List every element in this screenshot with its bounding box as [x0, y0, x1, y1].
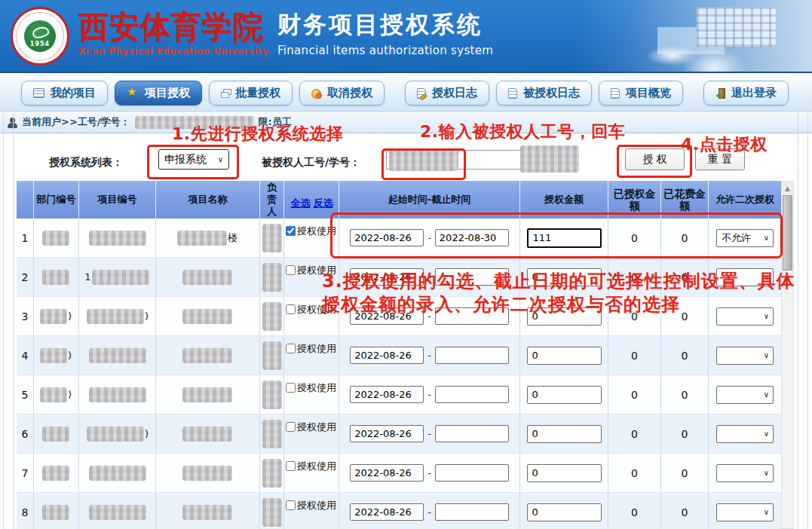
- tab-被授权日志[interactable]: 被授权日志: [496, 81, 592, 105]
- spent-amount: 0: [661, 219, 709, 257]
- invert-selection-link[interactable]: 反选: [314, 197, 333, 209]
- redacted-dept-code: [42, 466, 69, 481]
- ribbon-badge-icon: [311, 89, 321, 99]
- project-code-cell: [79, 219, 156, 257]
- secondary-auth-select[interactable]: ∨: [716, 503, 774, 521]
- scrollbar-thumb[interactable]: [783, 195, 792, 271]
- authorize-use-checkbox[interactable]: [286, 383, 296, 393]
- reset-button[interactable]: 重 置: [695, 148, 745, 170]
- redacted-dept-code: [40, 387, 67, 402]
- authorize-use-checkbox[interactable]: [286, 265, 296, 275]
- campus-photo: [578, 0, 812, 72]
- table-header: 部门编号 项目编号 项目名称 负责人 全选 反选 起始时间-截止时间 授权金额 …: [17, 181, 781, 219]
- tab-批量授权[interactable]: 批量授权: [209, 81, 293, 105]
- amount-cell: [520, 258, 608, 296]
- amount-input[interactable]: [527, 425, 602, 443]
- amount-input[interactable]: [527, 307, 602, 326]
- select-all-link[interactable]: 全选: [291, 197, 311, 209]
- authorize-use-checkbox[interactable]: [286, 500, 296, 510]
- vertical-scrollbar[interactable]: ▲: [781, 181, 794, 529]
- overview-page-icon: [611, 88, 620, 99]
- amount-input[interactable]: [527, 228, 602, 248]
- project-name-cell: [156, 454, 260, 492]
- authorize-button[interactable]: 授 权: [625, 148, 685, 170]
- spent-amount: 0: [661, 414, 709, 453]
- spent-amount: 0: [661, 297, 709, 335]
- authorize-use-checkbox[interactable]: [286, 226, 296, 236]
- tab-我的项目[interactable]: 我的项目: [21, 81, 108, 105]
- time-range-cell: -: [339, 219, 520, 257]
- university-logo: 1954: [11, 7, 69, 66]
- start-date-input[interactable]: [350, 386, 424, 403]
- system-select[interactable]: 申报系统 ∨: [158, 149, 229, 170]
- end-date-input[interactable]: [435, 425, 509, 442]
- start-date-input[interactable]: [350, 229, 424, 246]
- app-window: 1954 西安体育学院 Xi'an Physical Education Uni…: [0, 0, 812, 529]
- secondary-auth-select[interactable]: ∨: [716, 307, 774, 326]
- start-date-input[interactable]: [350, 268, 424, 286]
- project-name-cell: [156, 258, 260, 296]
- amount-input[interactable]: [527, 503, 602, 521]
- authorize-use-checkbox[interactable]: [286, 304, 296, 314]
- redacted-dept-code: [40, 309, 67, 324]
- secondary-auth-select[interactable]: ∨: [716, 425, 774, 443]
- scroll-up-icon[interactable]: ▲: [782, 182, 793, 194]
- authorized-amount: 0: [608, 375, 661, 414]
- owner-cell: [260, 297, 284, 335]
- end-date-input[interactable]: [435, 229, 509, 246]
- amount-input[interactable]: [527, 386, 602, 404]
- tab-项目授权[interactable]: 项目授权: [115, 81, 202, 105]
- secondary-auth-select[interactable]: ∨: [716, 464, 774, 482]
- authorize-use-checkbox[interactable]: [286, 344, 296, 353]
- secondary-auth-select[interactable]: 不允许∨: [716, 229, 774, 247]
- redacted-project-code: [92, 270, 149, 285]
- end-date-input[interactable]: [435, 503, 509, 521]
- start-date-input[interactable]: [350, 503, 424, 521]
- redacted-project-name: [182, 270, 232, 285]
- start-date-input[interactable]: [350, 347, 424, 364]
- end-date-input[interactable]: [435, 464, 509, 482]
- start-date-input[interactable]: [350, 307, 424, 325]
- redacted-project-name: [182, 466, 232, 481]
- tab-取消授权[interactable]: 取消授权: [299, 81, 385, 105]
- secondary-auth-select[interactable]: ∨: [716, 268, 774, 286]
- end-date-input[interactable]: [435, 386, 509, 403]
- authorize-use-cell: 授权使用: [284, 336, 339, 375]
- redacted-project-code: [89, 231, 146, 246]
- tab-label: 被授权日志: [523, 86, 580, 100]
- tab-授权日志[interactable]: 授权日志: [405, 81, 489, 105]
- amount-input[interactable]: [527, 464, 602, 482]
- current-user-label: 当前用户>>工号/学号：: [22, 115, 130, 129]
- authorize-use-cell: 授权使用: [284, 454, 339, 492]
- end-date-input[interactable]: [435, 347, 509, 364]
- authorize-use-checkbox[interactable]: [286, 422, 296, 432]
- authorize-use-cell: 授权使用: [284, 375, 339, 414]
- tab-项目概览[interactable]: 项目概览: [599, 81, 683, 105]
- time-range-cell: -: [339, 414, 520, 453]
- start-date-input[interactable]: [350, 464, 424, 482]
- tab-退出登录[interactable]: 退出登录: [703, 81, 789, 105]
- secondary-auth-cell: ∨: [709, 414, 781, 453]
- project-name-cell: [156, 493, 260, 529]
- row-number: 3: [17, 297, 34, 335]
- redacted-project-code: [87, 427, 144, 442]
- secondary-auth-select[interactable]: ∨: [716, 386, 774, 404]
- log-page-icon: [508, 88, 517, 99]
- tab-label: 项目概览: [626, 86, 671, 100]
- logout-door-icon: [719, 88, 725, 99]
- end-date-input[interactable]: [435, 307, 509, 325]
- university-name-en: Xi'an Physical Education University: [78, 46, 268, 57]
- time-range-cell: -: [339, 258, 520, 296]
- authorization-form: 授权系统列表： 申报系统 ∨ 被授权人工号/学号： 授 权 重 置: [0, 133, 812, 181]
- row-number: 1: [17, 219, 34, 257]
- amount-input[interactable]: [527, 347, 602, 365]
- dept-code-cell: [34, 493, 79, 529]
- amount-input[interactable]: [527, 268, 602, 286]
- end-date-input[interactable]: [435, 268, 509, 286]
- start-date-input[interactable]: [350, 425, 424, 442]
- time-range-cell: -: [339, 454, 520, 492]
- secondary-auth-select[interactable]: ∨: [716, 347, 774, 365]
- authorize-use-checkbox[interactable]: [286, 461, 296, 471]
- chevron-down-icon: ∨: [764, 430, 769, 438]
- project-code-cell: [79, 375, 156, 414]
